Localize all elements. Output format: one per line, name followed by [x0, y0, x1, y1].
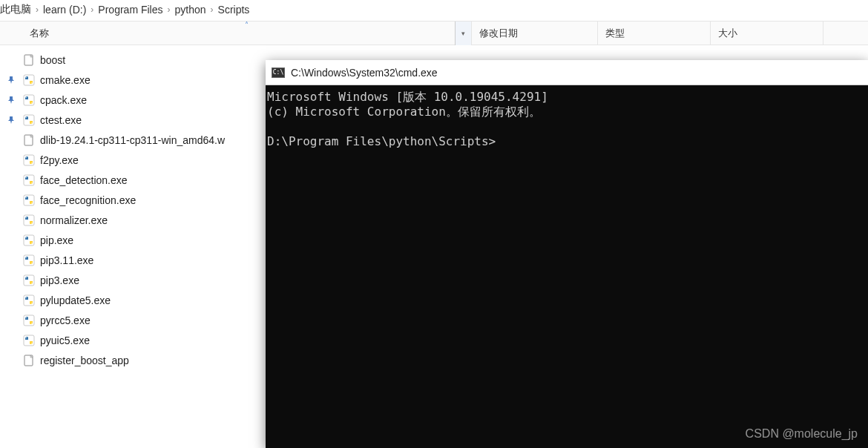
breadcrumb-item[interactable]: Scripts [218, 4, 250, 16]
column-type-label: 类型 [605, 27, 625, 40]
svg-rect-1 [24, 75, 34, 85]
chevron-right-icon: › [168, 4, 171, 15]
file-name: pyuic5.exe [40, 335, 90, 346]
svg-point-33 [26, 297, 27, 297]
svg-rect-29 [24, 275, 34, 286]
column-name[interactable]: ˄ 名称 ▾ [22, 22, 472, 45]
cmd-titlebar[interactable]: C:\ C:\Windows\System32\cmd.exe [266, 60, 868, 85]
svg-point-21 [26, 217, 27, 217]
svg-rect-23 [24, 235, 34, 246]
column-size[interactable]: 大小 [711, 22, 823, 45]
svg-point-36 [26, 317, 27, 317]
svg-rect-32 [24, 295, 34, 306]
svg-point-3 [31, 82, 32, 83]
sort-ascending-icon: ˄ [245, 21, 249, 29]
cmd-line: Microsoft Windows [版本 10.0.19045.4291] [267, 90, 548, 104]
cmd-prompt: D:\Program Files\python\Scripts> [267, 134, 496, 148]
svg-point-30 [26, 277, 27, 277]
cmd-window[interactable]: C:\ C:\Windows\System32\cmd.exe Microsof… [266, 60, 868, 448]
python-exe-icon [22, 194, 36, 207]
breadcrumb-item[interactable]: python [175, 4, 206, 16]
svg-rect-17 [24, 195, 34, 205]
svg-point-6 [31, 102, 32, 103]
svg-point-28 [31, 263, 32, 263]
breadcrumb-item[interactable]: learn (D:) [43, 4, 86, 16]
svg-point-22 [31, 223, 32, 223]
svg-rect-35 [24, 315, 34, 326]
python-exe-icon [22, 294, 36, 307]
svg-point-34 [31, 303, 32, 303]
file-name: face_recognition.exe [40, 194, 136, 206]
file-name: pyrcc5.exe [40, 314, 91, 326]
chevron-right-icon: › [36, 4, 39, 15]
svg-point-5 [26, 96, 27, 97]
python-exe-icon [22, 334, 36, 347]
file-name: ctest.exe [40, 114, 82, 126]
column-dropdown-icon[interactable]: ▾ [455, 22, 471, 45]
svg-point-19 [31, 202, 32, 203]
file-name: register_boost_app [40, 355, 129, 366]
pin-icon [0, 76, 22, 85]
column-name-label: 名称 [30, 27, 49, 40]
column-date-label: 修改日期 [479, 27, 518, 40]
file-name: boost [40, 54, 65, 66]
svg-point-18 [26, 197, 27, 197]
file-name: cpack.exe [40, 94, 87, 106]
file-icon [22, 354, 36, 367]
file-name: pip3.exe [40, 274, 79, 286]
column-headers: ˄ 名称 ▾ 修改日期 类型 大小 [0, 22, 868, 45]
pin-icon [0, 96, 22, 105]
python-exe-icon [22, 154, 36, 167]
python-exe-icon [22, 214, 36, 227]
breadcrumb: 此电脑 › learn (D:) › Program Files › pytho… [0, 0, 868, 21]
python-exe-icon [22, 234, 36, 247]
svg-rect-20 [24, 215, 34, 225]
file-name: normalizer.exe [40, 214, 108, 226]
cmd-title-text: C:\Windows\System32\cmd.exe [291, 67, 438, 79]
column-date[interactable]: 修改日期 [472, 22, 598, 45]
python-exe-icon [22, 73, 36, 87]
svg-point-12 [26, 157, 27, 157]
svg-point-8 [26, 116, 27, 117]
file-name: f2py.exe [40, 154, 79, 166]
svg-point-9 [31, 122, 32, 123]
svg-point-25 [31, 243, 32, 243]
python-exe-icon [22, 314, 36, 327]
column-type[interactable]: 类型 [598, 22, 711, 45]
svg-rect-11 [24, 155, 34, 165]
svg-point-13 [31, 162, 32, 163]
svg-rect-4 [24, 95, 34, 105]
svg-point-2 [26, 76, 27, 77]
svg-point-16 [31, 182, 32, 183]
svg-point-24 [26, 237, 27, 237]
file-name: cmake.exe [40, 74, 91, 86]
python-exe-icon [22, 254, 36, 267]
svg-rect-26 [24, 255, 34, 266]
file-icon [22, 134, 36, 147]
breadcrumb-item[interactable]: Program Files [98, 4, 162, 16]
svg-point-27 [26, 257, 27, 257]
file-name: face_detection.exe [40, 174, 128, 186]
svg-point-15 [26, 177, 27, 177]
python-exe-icon [22, 174, 36, 187]
file-icon [22, 53, 36, 67]
svg-point-37 [31, 323, 32, 323]
svg-point-39 [26, 337, 27, 337]
file-name: pip.exe [40, 234, 73, 246]
python-exe-icon [22, 113, 36, 127]
svg-rect-7 [24, 115, 34, 125]
chevron-right-icon: › [211, 4, 214, 15]
cmd-icon: C:\ [272, 67, 285, 78]
watermark: CSDN @molecule_jp [746, 427, 858, 441]
pin-icon [0, 116, 22, 125]
cmd-line: (c) Microsoft Corporation。保留所有权利。 [267, 105, 541, 119]
svg-point-40 [31, 343, 32, 343]
chevron-right-icon: › [91, 4, 93, 15]
breadcrumb-item[interactable]: 此电脑 [0, 3, 31, 16]
svg-rect-38 [24, 335, 34, 346]
python-exe-icon [22, 274, 36, 287]
cmd-body[interactable]: Microsoft Windows [版本 10.0.19045.4291] (… [266, 85, 868, 448]
svg-point-31 [31, 283, 32, 283]
python-exe-icon [22, 93, 36, 107]
column-size-label: 大小 [718, 27, 737, 40]
